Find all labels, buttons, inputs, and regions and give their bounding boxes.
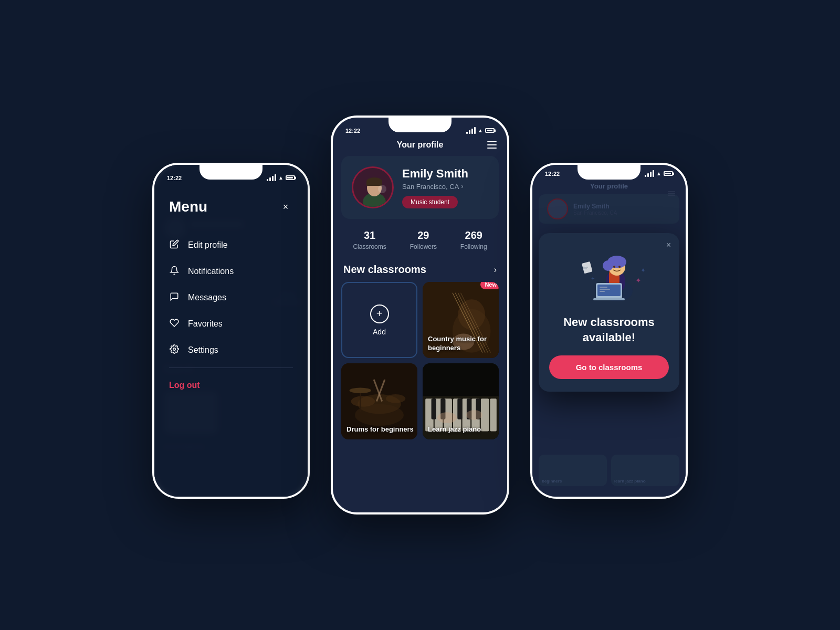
stat-followers: 29 Followers	[410, 229, 437, 251]
menu-close-button[interactable]: ×	[278, 200, 293, 214]
time-3: 12:22	[545, 171, 560, 177]
phone-profile: 12:22 ▲ Your profile	[331, 116, 509, 514]
followers-label: Followers	[410, 243, 437, 250]
bg-card-mini-2: learn jazz piano	[611, 455, 679, 486]
modal-close-button[interactable]: ×	[666, 240, 671, 250]
stat-classrooms: 31 Classrooms	[353, 229, 386, 251]
edit-profile-label: Edit profile	[188, 240, 228, 250]
bg-bottom-cards: beginners learn jazz piano	[539, 455, 679, 486]
ham-line-2	[487, 144, 497, 145]
bg-card-label-1: beginners	[542, 479, 562, 484]
add-label: Add	[373, 328, 386, 336]
jazz-piano-label: Learn jazz piano	[428, 425, 481, 434]
classrooms-label: Classrooms	[353, 243, 386, 250]
profile-page-header: Your profile	[333, 136, 507, 156]
battery-2	[485, 128, 495, 133]
profile-page-title: Your profile	[397, 140, 444, 150]
notifications-icon	[169, 266, 180, 277]
classroom-card-drums[interactable]: Drums for beginners	[341, 363, 417, 439]
bg-loc-mini: San Francisco, CA	[573, 210, 617, 216]
notch-2	[388, 118, 452, 132]
menu-item-messages[interactable]: Messages	[169, 285, 293, 311]
classrooms-count: 31	[353, 229, 386, 242]
classrooms-chevron[interactable]: ›	[494, 265, 497, 275]
svg-point-6	[378, 185, 386, 193]
profile-card: Emily Smith San Francisco, CA › Music st…	[341, 156, 499, 219]
status-bar-1: 12:22 ▲	[154, 169, 308, 183]
svg-point-39	[437, 412, 457, 423]
svg-point-0	[173, 348, 176, 351]
add-circle-icon: +	[370, 304, 389, 323]
messages-icon	[169, 292, 180, 303]
notification-modal: ×	[539, 233, 679, 392]
wifi-2: ▲	[478, 128, 483, 133]
phone-menu: 31 Classrooms New cl Drums f beginners 1…	[152, 163, 310, 499]
ham-line-1	[487, 141, 497, 142]
svg-rect-60	[582, 261, 593, 274]
menu-panel: Menu × Edit profile	[154, 186, 308, 497]
following-count: 269	[460, 229, 487, 242]
phone-notification: 12:22 ▲ Your profile	[530, 163, 688, 499]
bg-profile-header: Your profile	[532, 179, 686, 194]
classroom-add-card[interactable]: + Add	[341, 282, 417, 358]
followers-count: 29	[410, 229, 437, 242]
svg-text:✦: ✦	[635, 276, 642, 285]
menu-item-edit-profile[interactable]: Edit profile	[169, 232, 293, 258]
battery-3	[664, 171, 673, 176]
status-right-2: ▲	[466, 127, 495, 134]
profile-location[interactable]: San Francisco, CA ›	[402, 183, 488, 191]
wifi-3: ▲	[656, 171, 662, 176]
svg-rect-54	[600, 291, 605, 292]
svg-rect-52	[600, 287, 607, 288]
battery-1	[286, 175, 295, 180]
menu-item-favorites[interactable]: Favorites	[169, 311, 293, 337]
favorites-icon	[169, 318, 180, 330]
notifications-label: Notifications	[188, 267, 234, 276]
menu-title: Menu	[169, 198, 207, 215]
svg-point-47	[603, 260, 613, 271]
bg-profile-mini: Emily Smith San Francisco, CA	[539, 194, 679, 224]
settings-icon	[169, 344, 180, 356]
bg-card-label-2: learn jazz piano	[614, 479, 646, 484]
menu-item-notifications[interactable]: Notifications	[169, 258, 293, 285]
svg-rect-51	[597, 285, 621, 296]
edit-profile-icon	[169, 239, 180, 251]
stat-following: 269 Following	[460, 229, 487, 251]
modal-illustration: ♪ ✦ ✦ ✦	[567, 244, 651, 307]
location-chevron: ›	[461, 183, 463, 190]
go-to-classrooms-button[interactable]: Go to classrooms	[549, 355, 669, 379]
svg-rect-33	[490, 398, 496, 431]
svg-point-48	[613, 266, 615, 268]
location-text: San Francisco, CA	[402, 183, 459, 191]
svg-text:✦: ✦	[640, 267, 646, 274]
svg-rect-55	[593, 298, 625, 300]
time-2: 12:22	[345, 128, 360, 134]
logout-button[interactable]: Log out	[169, 372, 293, 398]
bg-card-mini-1: beginners	[539, 455, 607, 486]
favorites-label: Favorites	[188, 319, 223, 329]
svg-rect-5	[366, 182, 382, 186]
notch-3	[578, 165, 640, 180]
profile-name: Emily Smith	[402, 167, 488, 181]
time-1: 12:22	[167, 175, 182, 181]
signal-1	[267, 174, 276, 181]
classroom-card-country[interactable]: New Count	[423, 282, 499, 358]
bg-avatar-mini	[547, 198, 568, 219]
settings-label: Settings	[188, 345, 218, 355]
bg-hamburger	[668, 191, 675, 196]
menu-header: Menu ×	[169, 198, 293, 215]
profile-tag: Music student	[402, 196, 458, 208]
hamburger-button[interactable]	[487, 141, 497, 149]
menu-divider	[169, 368, 293, 368]
classroom-card-piano[interactable]: Learn jazz piano	[423, 363, 499, 439]
menu-item-settings[interactable]: Settings	[169, 337, 293, 363]
signal-3	[645, 170, 654, 177]
signal-2	[466, 127, 476, 134]
modal-title: New classrooms available!	[549, 315, 669, 345]
svg-rect-36	[457, 398, 462, 419]
following-label: Following	[460, 243, 487, 250]
svg-point-49	[618, 266, 621, 268]
drums-label: Drums for beginners	[346, 425, 414, 434]
status-right-3: ▲	[645, 170, 673, 177]
classrooms-grid: + Add New	[333, 282, 507, 439]
